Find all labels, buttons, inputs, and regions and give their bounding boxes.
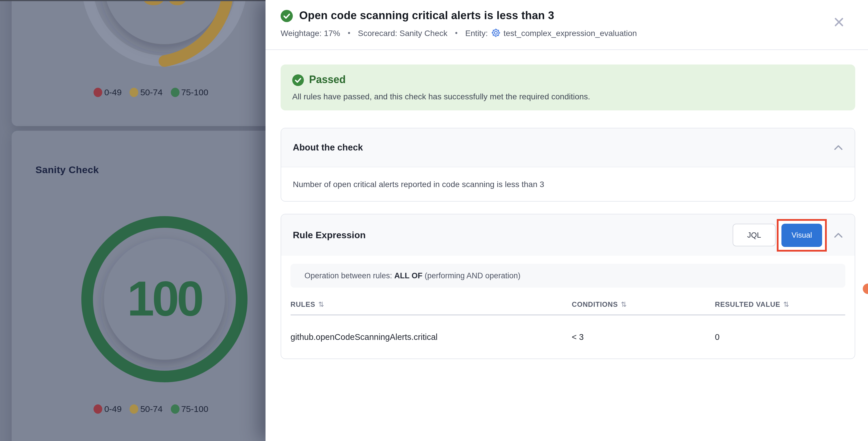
entity-link[interactable]: Entity: test_complex_expression_evaluati… (465, 28, 637, 38)
scorecard-card-top: 50 0-49 50-74 75-100 (11, 0, 302, 126)
legend-item: 0-49 (94, 87, 122, 97)
check-detail-drawer: Open code scanning critical alerts is le… (266, 0, 868, 441)
column-header-resulted-value[interactable]: RESULTED VALUE ⇅ (715, 300, 845, 308)
legend-dot-red (94, 88, 102, 97)
rules-table-header: RULES ⇅ CONDITIONS ⇅ RESULTED VALUE ⇅ (290, 294, 845, 314)
check-circle-icon (281, 9, 293, 22)
legend-item: 50-74 (130, 404, 163, 414)
sort-icon[interactable]: ⇅ (621, 300, 627, 308)
condition-cell: < 3 (572, 332, 715, 342)
resulted-value-cell: 0 (715, 332, 845, 342)
legend-dot-gold (130, 88, 138, 97)
visual-tab-highlight-box: Visual (777, 219, 827, 251)
bullet-separator: • (455, 29, 458, 37)
column-header-label: CONDITIONS (572, 300, 618, 308)
drawer-title: Open code scanning critical alerts is le… (299, 9, 554, 22)
check-circle-icon (292, 74, 304, 86)
legend-label: 75-100 (181, 404, 208, 414)
screen: 50 0-49 50-74 75-100 Sanity Check (0, 0, 868, 441)
operation-operator: ALL OF (394, 271, 423, 280)
column-header-rules[interactable]: RULES ⇅ (290, 300, 572, 308)
legend-item: 75-100 (171, 87, 208, 97)
scorecard-text: Scorecard: Sanity Check (358, 28, 447, 37)
table-row: github.openCodeScanningAlerts.critical <… (290, 315, 845, 358)
rule-panel-header: Rule Expression JQL Visual (281, 214, 855, 256)
chevron-up-icon[interactable] (834, 232, 843, 238)
about-title: About the check (293, 143, 363, 153)
legend-label: 0-49 (104, 404, 122, 414)
jql-tab-button[interactable]: JQL (733, 224, 776, 246)
gear-icon (491, 28, 500, 38)
legend-label: 0-49 (104, 87, 122, 97)
scorecard-card-sanity: Sanity Check 100 0-49 50-74 75-100 (11, 131, 302, 441)
entity-label: Entity: (465, 28, 488, 37)
drawer-subtitle: Weightage: 17% • Scorecard: Sanity Check… (281, 28, 855, 38)
about-body: Number of open critical alerts reported … (281, 167, 855, 201)
operation-prefix: Operation between rules: (304, 271, 394, 280)
legend-dot-red (94, 404, 102, 413)
legend-item: 50-74 (130, 87, 163, 97)
about-panel-header[interactable]: About the check (281, 128, 855, 167)
operation-info-bar: Operation between rules: ALL OF (perform… (290, 264, 845, 288)
gauge-chart-top: 50 (11, 0, 302, 126)
visual-tab-button[interactable]: Visual (781, 223, 822, 247)
drawer-header: Open code scanning critical alerts is le… (266, 0, 868, 50)
operation-suffix: (performing AND operation) (423, 271, 521, 280)
entity-name: test_complex_expression_evaluation (503, 28, 637, 37)
view-toggle: JQL Visual (733, 219, 827, 251)
column-header-label: RULES (290, 300, 315, 308)
legend-dot-green (171, 404, 180, 413)
rules-table: RULES ⇅ CONDITIONS ⇅ RESULTED VALUE ⇅ gi… (290, 294, 845, 358)
close-icon[interactable] (833, 16, 845, 28)
rule-expression-panel: Rule Expression JQL Visual Operation bet… (281, 214, 855, 359)
legend-label: 50-74 (140, 404, 163, 414)
window-top-strip (0, 0, 266, 1)
legend-dot-green (171, 88, 180, 97)
rule-cell: github.openCodeScanningAlerts.critical (290, 332, 572, 342)
gauge-chart-sanity: 100 (11, 131, 302, 441)
bullet-separator: • (348, 29, 350, 37)
sort-icon[interactable]: ⇅ (318, 300, 324, 308)
gauge-partial-value: 50 (141, 0, 189, 14)
column-header-label: RESULTED VALUE (715, 300, 780, 308)
gauge-value: 100 (127, 271, 202, 326)
legend-item: 0-49 (94, 404, 122, 414)
about-panel: About the check Number of open critical … (281, 128, 855, 201)
legend-label: 75-100 (181, 87, 208, 97)
legend-item: 75-100 (171, 404, 208, 414)
legend-label: 50-74 (140, 87, 163, 97)
chevron-up-icon[interactable] (834, 145, 843, 151)
status-title: Passed (309, 74, 346, 86)
gauge-legend: 0-49 50-74 75-100 (11, 404, 290, 414)
legend-dot-gold (130, 404, 138, 413)
status-banner: Passed All rules have passed, and this c… (281, 64, 855, 111)
gauge-legend: 0-49 50-74 75-100 (11, 87, 290, 97)
weightage-text: Weightage: 17% (281, 28, 340, 37)
sort-icon[interactable]: ⇅ (783, 300, 789, 308)
column-header-conditions[interactable]: CONDITIONS ⇅ (572, 300, 715, 308)
status-message: All rules have passed, and this check ha… (292, 92, 844, 101)
rule-expression-title: Rule Expression (293, 230, 366, 240)
